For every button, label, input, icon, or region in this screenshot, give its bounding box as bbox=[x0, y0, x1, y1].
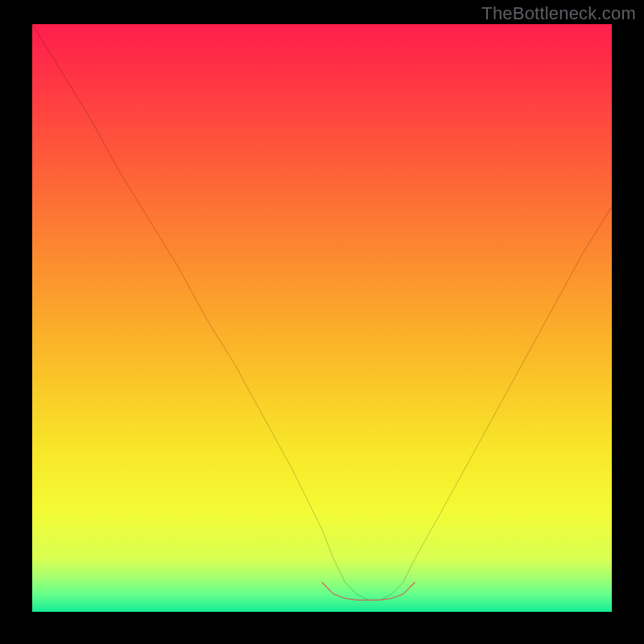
bottom-highlight bbox=[322, 583, 415, 601]
curve-layer bbox=[32, 24, 612, 612]
watermark-label: TheBottleneck.com bbox=[481, 3, 636, 24]
chart-container: TheBottleneck.com bbox=[0, 0, 644, 644]
bottleneck-curve bbox=[32, 24, 612, 600]
plot-area bbox=[32, 24, 612, 612]
